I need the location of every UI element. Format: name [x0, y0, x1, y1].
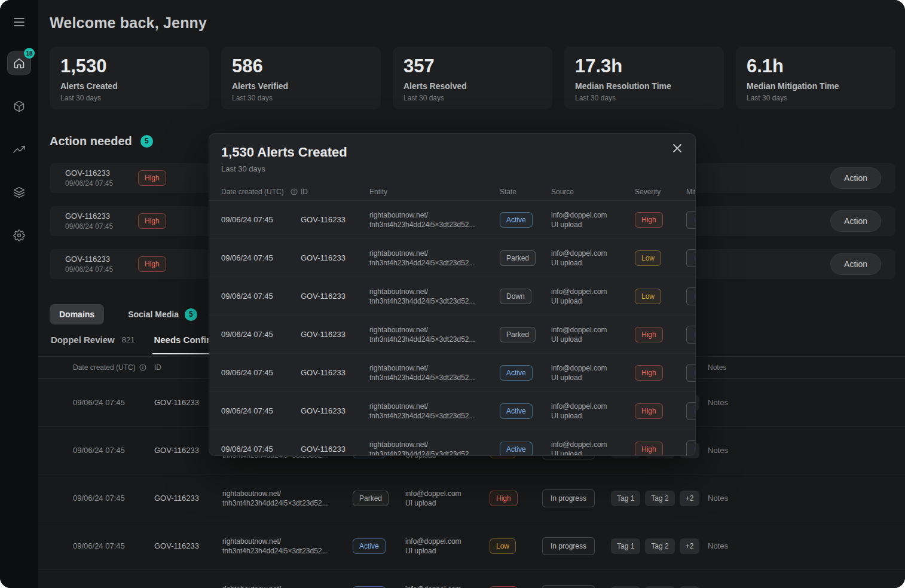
stat-value: 6.1h	[747, 55, 885, 78]
stat-card[interactable]: 6.1h Median Mitigation Time Last 30 days	[736, 47, 895, 109]
severity-badge: High	[138, 256, 166, 272]
tab-domains[interactable]: Domains	[50, 304, 104, 324]
cell-source: info@doppel.com UI upload	[551, 325, 635, 344]
cell-date-created: 09/06/24 07:45	[73, 494, 154, 503]
tag-chip[interactable]: +2	[680, 586, 700, 588]
tag-chip[interactable]: Tag 2	[645, 491, 674, 506]
subtab-doppel-review[interactable]: Doppel Review821	[50, 332, 136, 354]
cell-severity: High	[490, 491, 542, 506]
cell-date-created: 09/06/24 07:45	[73, 541, 154, 550]
sidebar: 18	[0, 0, 38, 588]
entity-url-line2: tnh3nt4h23h4dd24i5×3dt23d52...	[369, 258, 500, 268]
modal-subtitle: Last 30 days	[221, 164, 683, 173]
entity-url-line1: rightaboutnow.net/	[369, 210, 500, 220]
modal-table-row[interactable]: 09/06/24 07:45 GOV-116233 rightaboutnow.…	[209, 354, 695, 392]
mitigation-dropdown[interactable]: In progress	[686, 287, 695, 305]
cell-tags: Tag 1Tag 2+2	[611, 538, 708, 554]
tag-chip[interactable]: +2	[680, 538, 700, 554]
action-button[interactable]: Action	[830, 167, 881, 189]
modal-title: 1,530 Alerts Created	[221, 145, 683, 160]
alert-table-row[interactable]: 09/06/24 07:45 GOV-116233 rightaboutnow.…	[38, 570, 905, 588]
status-dropdown[interactable]: In progress	[542, 585, 595, 588]
stat-card[interactable]: 357 Alerts Resolved Last 30 days	[393, 47, 552, 109]
notes-link[interactable]: Notes	[708, 446, 905, 455]
cell-source: info@doppel.com UI upload	[551, 287, 635, 306]
menu-button[interactable]	[14, 18, 25, 26]
source-line1: info@doppel.com	[551, 249, 635, 258]
cell-date-created: 09/06/24 07:45	[73, 446, 154, 455]
modal-table-row[interactable]: 09/06/24 07:45 GOV-116233 rightaboutnow.…	[209, 316, 695, 354]
cell-severity: High	[635, 403, 686, 419]
stat-period: Last 30 days	[60, 94, 198, 102]
entity-url-line2: tnh3nt4h23h4dd24i5×3dt23d52...	[369, 335, 500, 344]
notes-link[interactable]: Notes	[708, 494, 905, 503]
source-line2: UI upload	[551, 449, 635, 457]
modal-table-row[interactable]: 09/06/24 07:45 GOV-116233 rightaboutnow.…	[209, 239, 695, 277]
entity-url-line1: rightaboutnow.net/	[369, 249, 500, 258]
source-line1: info@doppel.com	[551, 325, 635, 335]
state-badge: Active	[500, 365, 533, 381]
modal-table-row[interactable]: 09/06/24 07:45 GOV-116233 rightaboutnow.…	[209, 430, 695, 456]
stat-label: Median Mitigation Time	[747, 81, 885, 91]
cell-entity: rightaboutnow.net/ tnh3nt4h23h4dd24i5×3d…	[369, 402, 500, 421]
mitigation-dropdown[interactable]: In progress	[686, 326, 695, 344]
action-button[interactable]: Action	[830, 210, 881, 232]
stat-card[interactable]: 1,530 Alerts Created Last 30 days	[50, 47, 209, 109]
tag-chip[interactable]: Tag 1	[611, 491, 640, 506]
cell-severity: High	[635, 442, 686, 457]
action-button[interactable]: Action	[830, 253, 881, 275]
stat-card[interactable]: 17.3h Median Resolution Time Last 30 day…	[564, 47, 724, 109]
stat-card[interactable]: 586 Alerts Verified Last 30 days	[221, 47, 381, 109]
severity-badge: High	[138, 213, 166, 229]
modal-table-row[interactable]: 09/06/24 07:45 GOV-116233 rightaboutnow.…	[209, 201, 695, 239]
cell-id: GOV-116233	[301, 292, 369, 301]
mitigation-dropdown[interactable]: In progress	[686, 440, 695, 457]
column-header-date: Date created (UTC)	[73, 363, 154, 372]
tag-chip[interactable]: Tag 1	[611, 586, 640, 588]
mitigation-dropdown[interactable]: In progress	[686, 402, 695, 420]
cell-state: Down	[500, 289, 551, 304]
nav-analytics-button[interactable]	[7, 137, 31, 161]
modal-header: 1,530 Alerts Created Last 30 days	[209, 134, 695, 173]
modal-table-row[interactable]: 09/06/24 07:45 GOV-116233 rightaboutnow.…	[209, 392, 695, 430]
nav-settings-button[interactable]	[7, 223, 31, 247]
nav-home-button[interactable]: 18	[7, 51, 31, 75]
cell-entity: rightaboutnow.net/ tnh3nt4h23h4dd24i5×3d…	[222, 489, 353, 508]
alert-id: GOV-116233	[65, 212, 129, 220]
cell-date-created: 09/06/24 07:45	[73, 398, 154, 407]
source-line1: info@doppel.com	[405, 584, 490, 588]
cell-source: info@doppel.com UI upload	[551, 440, 635, 457]
mitigation-dropdown[interactable]: In progress	[686, 364, 695, 382]
cell-id: GOV-116233	[154, 494, 222, 503]
entity-url-line1: rightaboutnow.net/	[222, 537, 353, 546]
cell-date-created: 09/06/24 07:45	[221, 215, 301, 224]
alert-table-row[interactable]: 09/06/24 07:45 GOV-116233 rightaboutnow.…	[38, 474, 905, 522]
alert-table-row[interactable]: 09/06/24 07:45 GOV-116233 rightaboutnow.…	[38, 522, 905, 570]
stat-label: Alerts Created	[60, 81, 198, 91]
cell-entity: rightaboutnow.net/ tnh3nt4h23h4dd24i5×3d…	[222, 584, 353, 588]
modal-table-row[interactable]: 09/06/24 07:45 GOV-116233 rightaboutnow.…	[209, 277, 695, 316]
alert-timestamp: 09/06/24 07:45	[65, 222, 129, 231]
severity-badge: Low	[635, 250, 661, 266]
tab-social-media[interactable]: Social Media5	[118, 304, 207, 324]
source-line1: info@doppel.com	[551, 210, 635, 220]
tag-chip[interactable]: Tag 1	[611, 538, 640, 554]
cell-state: Active	[500, 442, 551, 457]
tag-chip[interactable]: +2	[680, 491, 700, 506]
status-dropdown[interactable]: In progress	[542, 537, 595, 555]
nav-assets-button[interactable]	[7, 94, 31, 118]
cell-entity: rightaboutnow.net/ tnh3nt4h23h4dd24i5×3d…	[369, 440, 500, 457]
source-line2: UI upload	[405, 498, 490, 508]
nav-layers-button[interactable]	[7, 180, 31, 204]
action-needed-title: Action needed	[50, 134, 132, 148]
close-button[interactable]	[668, 139, 687, 158]
tag-chip[interactable]: Tag 2	[645, 538, 674, 554]
mitigation-dropdown[interactable]: In progress	[686, 249, 695, 267]
alert-id: GOV-116233	[65, 169, 129, 177]
status-dropdown[interactable]: In progress	[542, 489, 595, 507]
alert-summary: GOV-116233 09/06/24 07:45	[65, 169, 129, 188]
notes-link[interactable]: Notes	[708, 541, 905, 550]
mitigation-dropdown[interactable]: In progress	[686, 211, 695, 229]
notes-link[interactable]: Notes	[708, 398, 905, 407]
tag-chip[interactable]: Tag 2	[645, 586, 674, 588]
